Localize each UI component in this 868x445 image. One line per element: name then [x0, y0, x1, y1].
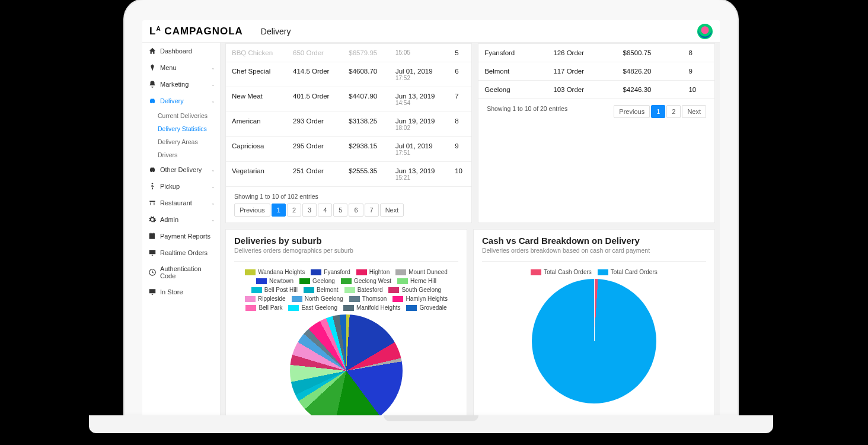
table-row: Capriciosa295 Order$2938.15 Jul 01, 2019…: [226, 137, 471, 162]
sidebar-subitem-delivery-areas[interactable]: Delivery Areas: [142, 135, 220, 148]
home-icon: [148, 47, 157, 55]
page-title: Delivery: [261, 27, 291, 36]
legend-item[interactable]: South Geelong: [388, 287, 441, 293]
page-button[interactable]: 2: [287, 204, 301, 217]
table-row: BBQ Chicken650 Order$6579.95 15:055: [226, 44, 471, 62]
orders-table-card: BBQ Chicken650 Order$6579.95 15:055 Chef…: [225, 43, 472, 223]
legend-item[interactable]: Bell Post Hill: [251, 287, 298, 293]
legend-item[interactable]: Rippleside: [245, 295, 286, 302]
legend-swatch: [288, 305, 299, 311]
cashcard-legend: Total Cash OrdersTotal Card Orders: [482, 269, 706, 275]
legend-item[interactable]: Geelong: [299, 278, 335, 284]
legend-item[interactable]: Belmont: [304, 287, 339, 293]
sidebar-item-in-store[interactable]: In Store: [142, 284, 220, 300]
page-button[interactable]: 1: [272, 204, 286, 217]
table-row: Fyansford126 Order$6500.758: [478, 44, 714, 62]
sidebar-item-dashboard[interactable]: Dashboard: [142, 43, 220, 59]
monitor-icon: [148, 249, 157, 257]
page-button[interactable]: 5: [333, 204, 347, 217]
chevron-icon: ⌄: [211, 167, 215, 173]
legend-swatch: [388, 287, 399, 293]
orders-pager: Previous1234567Next: [234, 204, 404, 217]
legend-item[interactable]: Grovedale: [406, 304, 446, 311]
legend-item[interactable]: Bell Park: [245, 304, 282, 311]
page-button[interactable]: 3: [302, 204, 317, 217]
sidebar-item-realtime-orders[interactable]: Realtime Orders: [142, 244, 220, 261]
suburbs-entries-info: Showing 1 to 10 of 20 entries: [487, 105, 567, 112]
legend-item[interactable]: Fyansford: [311, 269, 350, 275]
sidebar-item-menu[interactable]: Menu⌄: [142, 59, 220, 76]
orders-entries-info: Showing 1 to 10 of 102 entries: [234, 193, 318, 200]
legend-item[interactable]: Batesford: [344, 287, 383, 293]
legend-item[interactable]: Total Card Orders: [598, 269, 658, 275]
legend-item[interactable]: Hamlyn Heights: [392, 295, 448, 302]
legend-swatch: [397, 278, 408, 284]
main-content: BBQ Chicken650 Order$6579.95 15:055 Chef…: [221, 43, 720, 418]
page-button[interactable]: Next: [682, 105, 706, 118]
calendar-icon: [148, 232, 157, 240]
legend-swatch: [299, 278, 310, 284]
legend-swatch: [531, 269, 541, 275]
legend-item[interactable]: Mount Duneed: [395, 269, 448, 275]
suburb-chart-title: Deliveries by suburb: [234, 236, 458, 246]
legend-swatch: [256, 278, 267, 284]
suburb-legend: Wandana HeightsFyansfordHightonMount Dun…: [234, 269, 458, 311]
sidebar-subitem-delivery-statistics[interactable]: Delivery Statistics: [142, 122, 220, 135]
legend-swatch: [349, 296, 360, 302]
legend-item[interactable]: Herne Hill: [397, 278, 436, 284]
car-icon: [148, 166, 157, 174]
chevron-icon: ⌄: [211, 184, 215, 189]
legend-swatch: [245, 305, 256, 311]
chevron-icon: ⌄: [211, 65, 215, 71]
page-button[interactable]: Next: [380, 204, 404, 217]
sidebar-item-pickup[interactable]: Pickup⌄: [142, 178, 220, 195]
legend-swatch: [406, 305, 417, 311]
legend-item[interactable]: Manifold Heights: [343, 304, 400, 311]
chevron-icon: ⌄: [211, 82, 215, 87]
suburb-pie-chart: [290, 314, 403, 418]
page-button[interactable]: 6: [349, 204, 363, 217]
orders-table: BBQ Chicken650 Order$6579.95 15:055 Chef…: [226, 43, 471, 186]
sidebar-item-admin[interactable]: Admin⌄: [142, 211, 220, 228]
diamond-icon: [148, 63, 157, 72]
table-row: Belmont117 Order$4826.209: [478, 62, 714, 81]
deliveries-by-suburb-card: Deliveries by suburb Deliveries orders d…: [225, 229, 467, 418]
legend-item[interactable]: Newtown: [256, 278, 293, 284]
page-button[interactable]: 7: [365, 204, 379, 217]
sidebar-item-payment-reports[interactable]: Payment Reports: [142, 228, 220, 244]
sidebar-item-authentication-code[interactable]: Authentication Code: [142, 261, 220, 284]
page-button[interactable]: Previous: [234, 204, 270, 217]
legend-item[interactable]: Geelong West: [341, 278, 391, 284]
legend-item[interactable]: East Geelong: [288, 304, 337, 311]
page-button[interactable]: 4: [318, 204, 332, 217]
suburbs-pager: Previous12Next: [614, 105, 706, 118]
legend-item[interactable]: Wandana Heights: [245, 269, 305, 275]
clock-icon: [148, 268, 157, 276]
cashcard-pie-chart: [532, 279, 656, 403]
page-button[interactable]: 1: [651, 105, 665, 118]
sidebar-subitem-current-deliveries[interactable]: Current Deliveries: [142, 109, 220, 122]
table-icon: [148, 199, 157, 207]
legend-swatch: [245, 296, 256, 302]
app-screen: LA CAMPAGNOLA Delivery DashboardMenu⌄Mar…: [142, 20, 720, 418]
legend-item[interactable]: Highton: [356, 269, 390, 275]
page-button[interactable]: 2: [666, 105, 681, 118]
brand-logo: LA CAMPAGNOLA: [149, 26, 243, 37]
legend-swatch: [392, 296, 403, 302]
legend-item[interactable]: Thomson: [349, 295, 387, 302]
sidebar-item-restaurant[interactable]: Restaurant⌄: [142, 195, 220, 211]
page-button[interactable]: Previous: [614, 105, 650, 118]
gear-icon: [148, 215, 157, 224]
sidebar-item-marketing[interactable]: Marketing⌄: [142, 76, 220, 93]
legend-item[interactable]: Total Cash Orders: [531, 269, 592, 275]
sidebar-item-other-delivery[interactable]: Other Delivery⌄: [142, 161, 220, 178]
legend-item[interactable]: North Geelong: [292, 295, 343, 302]
car-icon: [148, 97, 157, 105]
sidebar: DashboardMenu⌄Marketing⌄Delivery⌄Current…: [142, 43, 221, 418]
sidebar-item-delivery[interactable]: Delivery⌄: [142, 93, 220, 109]
suburbs-table: Fyansford126 Order$6500.758 Belmont117 O…: [478, 43, 714, 98]
sidebar-subitem-drivers[interactable]: Drivers: [142, 148, 220, 161]
legend-swatch: [341, 278, 352, 284]
divider: [234, 261, 458, 262]
user-avatar[interactable]: [697, 24, 713, 39]
